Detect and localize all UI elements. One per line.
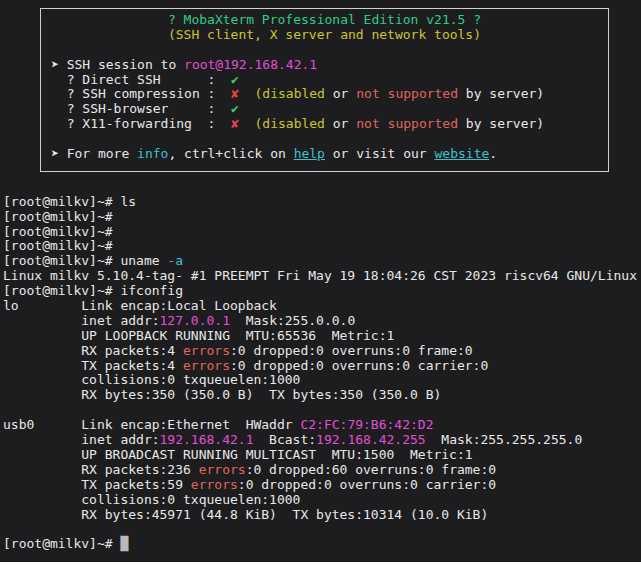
text-segment (3, 521, 11, 536)
terminal-line: usb0 Link encap:Ethernet HWaddr C2:FC:79… (3, 418, 641, 433)
terminal-line: [root@milkv]~# (3, 225, 641, 240)
text-segment: not supported (356, 116, 458, 131)
text-segment: [root@milkv]~# (3, 238, 113, 253)
terminal-line: [root@milkv]~# ifconfig (3, 284, 641, 299)
terminal-line: UP LOOPBACK RUNNING MTU:65536 Metric:1 (3, 329, 641, 344)
terminal-line: [root@milkv]~# (3, 239, 641, 254)
text-segment: or (325, 116, 356, 131)
text-segment: or visit our (325, 146, 435, 161)
text-segment: 192.168.42.1 (160, 432, 254, 447)
terminal-line (51, 132, 598, 147)
terminal-line: ? Direct SSH : ✔ (51, 73, 598, 88)
text-segment: :0 dropped:0 overruns:0 carrier:0 (230, 358, 488, 373)
text-segment: ➤ For more (51, 146, 137, 161)
text-segment: lo Link encap:Local Loopback (3, 298, 277, 313)
text-segment: RX bytes:350 (350.0 B) TX bytes:350 (350… (3, 387, 441, 402)
terminal-line: RX bytes:45971 (44.8 KiB) TX bytes:10314… (3, 508, 641, 523)
terminal-line: ? SSH-browser : ✔ (51, 102, 598, 117)
text-segment: . (489, 146, 497, 161)
text-segment: Linux milkv 5.10.4-tag- #1 PREEMPT Fri M… (3, 268, 637, 283)
text-segment: (SSH client, X server and network tools) (168, 27, 481, 42)
text-segment: errors (183, 343, 230, 358)
terminal-line (51, 43, 598, 58)
terminal-line: [root@milkv]~# ls (3, 195, 641, 210)
help-link[interactable]: help (294, 146, 325, 161)
terminal-line: ? SSH compression : ✘ (disabled or not s… (51, 87, 598, 102)
text-segment: (disabled (255, 116, 325, 131)
text-segment (239, 86, 255, 101)
text-segment: RX packets:236 (3, 462, 199, 477)
text-segment (239, 116, 255, 131)
text-segment: C2:FC:79:B6:42:D2 (300, 417, 433, 432)
website-link[interactable]: website (435, 146, 490, 161)
text-segment: TX packets:59 (3, 477, 191, 492)
text-segment: RX bytes:45971 (44.8 KiB) TX bytes:10314… (3, 507, 488, 522)
text-segment: 127.0.0.1 (160, 313, 230, 328)
terminal-line: TX packets:59 errors:0 dropped:0 overrun… (3, 478, 641, 493)
text-segment: Mask:255.0.0.0 (230, 313, 355, 328)
text-segment: :0 dropped:0 overruns:0 carrier:0 (238, 477, 496, 492)
text-segment: not supported (356, 86, 458, 101)
terminal-line (3, 403, 641, 418)
terminal-line: UP BROADCAST RUNNING MULTICAST MTU:1500 … (3, 448, 641, 463)
text-segment: (disabled (255, 86, 325, 101)
terminal-line: lo Link encap:Local Loopback (3, 299, 641, 314)
text-segment: ? X11-forwarding : (51, 116, 231, 131)
text-segment: root@192.168.42.1 (184, 57, 317, 72)
text-segment: by server) (458, 116, 544, 131)
text-segment: inet addr: (3, 313, 160, 328)
terminal-line: inet addr:127.0.0.1 Mask:255.0.0.0 (3, 314, 641, 329)
terminal-line: inet addr:192.168.42.1 Bcast:192.168.42.… (3, 433, 641, 448)
text-segment: -a (167, 253, 183, 268)
text-segment: [root@milkv]~# ifconfig (3, 283, 183, 298)
terminal-line: [root@milkv]~# █ (3, 537, 641, 552)
cross-icon: ✘ (231, 86, 239, 101)
terminal-line: RX packets:236 errors:0 dropped:60 overr… (3, 463, 641, 478)
motd-banner: ? MobaXterm Professional Edition v21.5 ?… (40, 8, 609, 172)
text-segment: 192.168.42.255 (316, 432, 426, 447)
cursor-block: █ (120, 536, 128, 551)
text-segment: ? SSH-browser : (51, 101, 231, 116)
terminal-output: [root@milkv]~# ls[root@milkv]~#[root@mil… (0, 180, 641, 552)
text-segment: UP LOOPBACK RUNNING MTU:65536 Metric:1 (3, 328, 394, 343)
terminal-line: RX bytes:350 (350.0 B) TX bytes:350 (350… (3, 388, 641, 403)
text-segment: , ctrl+click on (168, 146, 293, 161)
text-segment: [root@milkv]~# (3, 209, 113, 224)
text-segment: :0 dropped:0 overruns:0 frame:0 (230, 343, 473, 358)
text-segment: [root@milkv]~# uname (3, 253, 167, 268)
terminal-line: ? MobaXterm Professional Edition v21.5 ? (51, 13, 598, 28)
text-segment (51, 42, 59, 57)
cross-icon: ✘ (231, 116, 239, 131)
motd-banner-lines: ? MobaXterm Professional Edition v21.5 ?… (51, 13, 598, 162)
terminal-line: TX packets:4 errors:0 dropped:0 overruns… (3, 359, 641, 374)
terminal-screen[interactable]: ? MobaXterm Professional Edition v21.5 ?… (0, 0, 641, 562)
text-segment: :0 dropped:60 overruns:0 frame:0 (246, 462, 496, 477)
check-icon: ✔ (231, 101, 239, 116)
text-segment: TX packets:4 (3, 358, 183, 373)
text-segment: UP BROADCAST RUNNING MULTICAST MTU:1500 … (3, 447, 473, 462)
text-segment: collisions:0 txqueuelen:1000 (3, 372, 300, 387)
terminal-line: ? X11-forwarding : ✘ (disabled or not su… (51, 117, 598, 132)
text-segment: [root@milkv]~# ls (3, 194, 136, 209)
text-segment: info (137, 146, 168, 161)
text-segment: ? MobaXterm Professional Edition v21.5 ? (168, 12, 481, 27)
text-segment: errors (199, 462, 246, 477)
text-segment: inet addr: (3, 432, 160, 447)
terminal-line: [root@milkv]~# uname -a (3, 254, 641, 269)
check-icon: ✔ (231, 72, 239, 87)
terminal-line: RX packets:4 errors:0 dropped:0 overruns… (3, 344, 641, 359)
text-segment: Bcast: (253, 432, 316, 447)
text-segment: or (325, 86, 356, 101)
terminal-line: ➤ SSH session to root@192.168.42.1 (51, 58, 598, 73)
text-segment (3, 179, 11, 194)
text-segment: ? SSH compression : (51, 86, 231, 101)
terminal-line: [root@milkv]~# (3, 210, 641, 225)
text-segment: ➤ SSH session to (51, 57, 184, 72)
terminal-line (3, 180, 641, 195)
terminal-line: collisions:0 txqueuelen:1000 (3, 493, 641, 508)
text-segment: [root@milkv]~# (3, 224, 113, 239)
terminal-line: (SSH client, X server and network tools) (51, 28, 598, 43)
text-segment: by server) (458, 86, 544, 101)
terminal-line: collisions:0 txqueuelen:1000 (3, 373, 641, 388)
text-segment (51, 131, 59, 146)
